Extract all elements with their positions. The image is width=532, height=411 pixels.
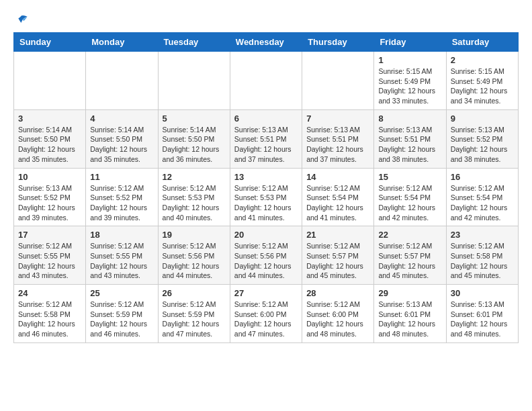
calendar-day-cell: 10Sunrise: 5:13 AM Sunset: 5:52 PM Dayli… (14, 168, 86, 226)
day-number: 10 (18, 172, 81, 182)
calendar-day-cell: 30Sunrise: 5:13 AM Sunset: 6:01 PM Dayli… (446, 285, 518, 343)
day-number: 8 (378, 113, 441, 124)
weekday-header-tuesday: Tuesday (158, 33, 230, 52)
calendar-day-cell: 7Sunrise: 5:13 AM Sunset: 5:51 PM Daylig… (302, 109, 374, 168)
calendar-day-cell: 3Sunrise: 5:14 AM Sunset: 5:50 PM Daylig… (14, 109, 86, 168)
day-info: Sunrise: 5:12 AM Sunset: 5:58 PM Dayligh… (18, 300, 81, 339)
calendar-day-cell: 5Sunrise: 5:14 AM Sunset: 5:50 PM Daylig… (158, 109, 230, 168)
day-number: 19 (163, 230, 226, 240)
calendar-day-cell (302, 52, 374, 110)
calendar-day-cell: 25Sunrise: 5:12 AM Sunset: 5:59 PM Dayli… (86, 285, 158, 343)
day-info: Sunrise: 5:13 AM Sunset: 6:01 PM Dayligh… (451, 300, 514, 339)
day-info: Sunrise: 5:13 AM Sunset: 5:52 PM Dayligh… (451, 125, 514, 165)
day-info: Sunrise: 5:12 AM Sunset: 5:59 PM Dayligh… (90, 300, 153, 339)
calendar-day-cell: 9Sunrise: 5:13 AM Sunset: 5:52 PM Daylig… (446, 109, 518, 168)
calendar-day-cell: 15Sunrise: 5:12 AM Sunset: 5:54 PM Dayli… (374, 168, 446, 226)
calendar-day-cell: 6Sunrise: 5:13 AM Sunset: 5:51 PM Daylig… (230, 109, 302, 168)
calendar-day-cell: 1Sunrise: 5:15 AM Sunset: 5:49 PM Daylig… (374, 52, 446, 110)
day-info: Sunrise: 5:12 AM Sunset: 5:56 PM Dayligh… (163, 241, 226, 281)
calendar-day-cell: 21Sunrise: 5:12 AM Sunset: 5:57 PM Dayli… (302, 226, 374, 285)
calendar-day-cell (158, 52, 230, 110)
day-info: Sunrise: 5:12 AM Sunset: 5:54 PM Dayligh… (451, 183, 514, 223)
day-number: 16 (451, 172, 514, 182)
weekday-header-wednesday: Wednesday (230, 33, 302, 52)
calendar-day-cell: 4Sunrise: 5:14 AM Sunset: 5:50 PM Daylig… (86, 109, 158, 168)
calendar-day-cell: 12Sunrise: 5:12 AM Sunset: 5:53 PM Dayli… (158, 168, 230, 226)
calendar-day-cell: 14Sunrise: 5:12 AM Sunset: 5:54 PM Dayli… (302, 168, 374, 226)
day-number: 22 (378, 230, 441, 240)
day-info: Sunrise: 5:13 AM Sunset: 5:52 PM Dayligh… (18, 183, 81, 223)
day-number: 13 (234, 172, 298, 182)
day-info: Sunrise: 5:12 AM Sunset: 5:59 PM Dayligh… (163, 300, 226, 339)
day-info: Sunrise: 5:12 AM Sunset: 5:52 PM Dayligh… (90, 183, 153, 223)
day-info: Sunrise: 5:12 AM Sunset: 5:55 PM Dayligh… (18, 241, 81, 281)
calendar-day-cell: 22Sunrise: 5:12 AM Sunset: 5:57 PM Dayli… (374, 226, 446, 285)
calendar-week-row: 17Sunrise: 5:12 AM Sunset: 5:55 PM Dayli… (14, 226, 519, 285)
calendar-day-cell: 20Sunrise: 5:12 AM Sunset: 5:56 PM Dayli… (230, 226, 302, 285)
day-info: Sunrise: 5:14 AM Sunset: 5:50 PM Dayligh… (163, 125, 226, 165)
day-number: 12 (163, 172, 226, 182)
calendar-day-cell: 18Sunrise: 5:12 AM Sunset: 5:55 PM Dayli… (86, 226, 158, 285)
calendar-week-row: 10Sunrise: 5:13 AM Sunset: 5:52 PM Dayli… (14, 168, 519, 226)
calendar-week-row: 24Sunrise: 5:12 AM Sunset: 5:58 PM Dayli… (14, 285, 519, 343)
day-info: Sunrise: 5:12 AM Sunset: 5:56 PM Dayligh… (234, 241, 298, 281)
day-number: 28 (306, 288, 369, 298)
header (13, 13, 519, 27)
calendar-day-cell: 23Sunrise: 5:12 AM Sunset: 5:58 PM Dayli… (446, 226, 518, 285)
day-info: Sunrise: 5:12 AM Sunset: 5:54 PM Dayligh… (306, 183, 369, 223)
day-info: Sunrise: 5:13 AM Sunset: 6:01 PM Dayligh… (378, 300, 441, 339)
day-info: Sunrise: 5:13 AM Sunset: 5:51 PM Dayligh… (378, 125, 441, 165)
calendar-day-cell: 29Sunrise: 5:13 AM Sunset: 6:01 PM Dayli… (374, 285, 446, 343)
calendar-day-cell: 28Sunrise: 5:12 AM Sunset: 6:00 PM Dayli… (302, 285, 374, 343)
calendar-day-cell: 11Sunrise: 5:12 AM Sunset: 5:52 PM Dayli… (86, 168, 158, 226)
day-number: 2 (451, 55, 514, 65)
weekday-header-row: SundayMondayTuesdayWednesdayThursdayFrid… (14, 33, 519, 52)
calendar-week-row: 3Sunrise: 5:14 AM Sunset: 5:50 PM Daylig… (14, 109, 519, 168)
day-info: Sunrise: 5:12 AM Sunset: 6:00 PM Dayligh… (234, 300, 298, 339)
weekday-header-saturday: Saturday (446, 33, 518, 52)
day-info: Sunrise: 5:12 AM Sunset: 6:00 PM Dayligh… (306, 300, 369, 339)
calendar-day-cell: 27Sunrise: 5:12 AM Sunset: 6:00 PM Dayli… (230, 285, 302, 343)
day-number: 30 (451, 288, 514, 298)
day-number: 7 (306, 113, 369, 124)
day-number: 1 (378, 55, 441, 65)
calendar-day-cell: 26Sunrise: 5:12 AM Sunset: 5:59 PM Dayli… (158, 285, 230, 343)
day-number: 23 (451, 230, 514, 240)
day-number: 20 (234, 230, 298, 240)
day-number: 11 (90, 172, 153, 182)
day-info: Sunrise: 5:12 AM Sunset: 5:58 PM Dayligh… (451, 241, 514, 281)
calendar-day-cell: 2Sunrise: 5:15 AM Sunset: 5:49 PM Daylig… (446, 52, 518, 110)
day-number: 9 (451, 113, 514, 124)
calendar-day-cell: 17Sunrise: 5:12 AM Sunset: 5:55 PM Dayli… (14, 226, 86, 285)
day-number: 14 (306, 172, 369, 182)
day-info: Sunrise: 5:14 AM Sunset: 5:50 PM Dayligh… (90, 125, 153, 165)
day-number: 15 (378, 172, 441, 182)
weekday-header-friday: Friday (374, 33, 446, 52)
weekday-header-sunday: Sunday (14, 33, 86, 52)
logo (13, 13, 28, 27)
day-number: 4 (90, 113, 153, 124)
calendar-day-cell: 16Sunrise: 5:12 AM Sunset: 5:54 PM Dayli… (446, 168, 518, 226)
day-info: Sunrise: 5:14 AM Sunset: 5:50 PM Dayligh… (18, 125, 81, 165)
day-info: Sunrise: 5:12 AM Sunset: 5:54 PM Dayligh… (378, 183, 441, 223)
day-number: 26 (163, 288, 226, 298)
weekday-header-thursday: Thursday (302, 33, 374, 52)
day-number: 6 (234, 113, 298, 124)
day-info: Sunrise: 5:12 AM Sunset: 5:57 PM Dayligh… (378, 241, 441, 281)
day-number: 5 (163, 113, 226, 124)
day-number: 18 (90, 230, 153, 240)
day-info: Sunrise: 5:15 AM Sunset: 5:49 PM Dayligh… (451, 66, 514, 106)
day-info: Sunrise: 5:15 AM Sunset: 5:49 PM Dayligh… (378, 66, 441, 106)
day-number: 3 (18, 113, 81, 124)
calendar-day-cell: 19Sunrise: 5:12 AM Sunset: 5:56 PM Dayli… (158, 226, 230, 285)
calendar-day-cell (86, 52, 158, 110)
day-info: Sunrise: 5:12 AM Sunset: 5:53 PM Dayligh… (163, 183, 226, 223)
weekday-header-monday: Monday (86, 33, 158, 52)
day-number: 29 (378, 288, 441, 298)
calendar-day-cell: 8Sunrise: 5:13 AM Sunset: 5:51 PM Daylig… (374, 109, 446, 168)
calendar-week-row: 1Sunrise: 5:15 AM Sunset: 5:49 PM Daylig… (14, 52, 519, 110)
calendar-day-cell: 24Sunrise: 5:12 AM Sunset: 5:58 PM Dayli… (14, 285, 86, 343)
day-number: 25 (90, 288, 153, 298)
day-info: Sunrise: 5:13 AM Sunset: 5:51 PM Dayligh… (306, 125, 369, 165)
calendar-day-cell: 13Sunrise: 5:12 AM Sunset: 5:53 PM Dayli… (230, 168, 302, 226)
